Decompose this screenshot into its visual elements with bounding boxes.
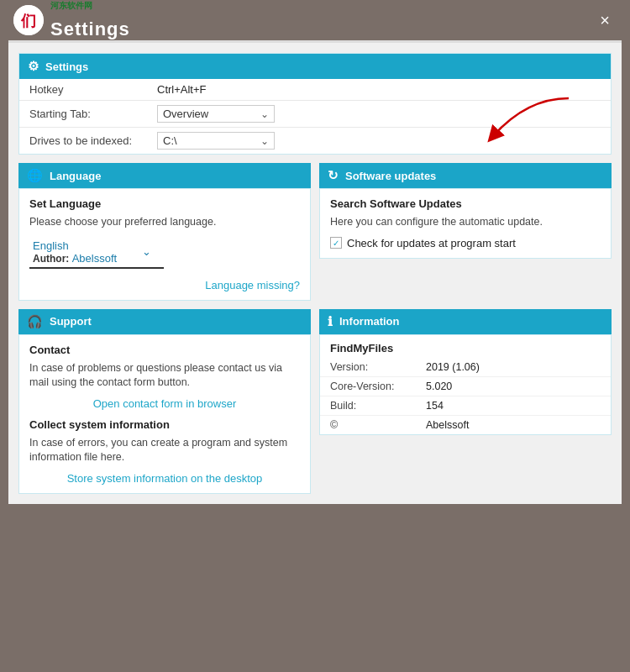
- build-label: Build:: [330, 400, 423, 412]
- software-updates-body: Search Software Updates Here you can con…: [320, 189, 611, 258]
- collect-title: Collect system information: [29, 418, 300, 431]
- chevron-down-icon-2: ⌄: [260, 135, 269, 147]
- hotkey-row: Hotkey Ctrl+Alt+F: [19, 79, 611, 101]
- chevron-down-icon: ⌄: [260, 108, 269, 120]
- software-updates-panel: Search Software Updates Here you can con…: [319, 188, 612, 259]
- language-author: Author: Abelssoft: [33, 252, 117, 265]
- support-header: 🎧 Support: [18, 309, 311, 334]
- build-row: Build: 154: [320, 396, 611, 416]
- support-panel-body: Contact In case of problems or questions…: [19, 335, 310, 493]
- language-panel-body: Set Language Please choose your preferre…: [19, 189, 310, 300]
- svg-text:们: 们: [20, 13, 36, 29]
- contact-form-link[interactable]: Open contact form in browser: [93, 397, 237, 410]
- starting-tab-label: Starting Tab:: [29, 108, 147, 120]
- language-header-title: Language: [50, 170, 101, 182]
- drives-label: Drives to be indexed:: [29, 134, 147, 147]
- copyright-symbol: ©: [330, 419, 423, 431]
- contact-description: In case of problems or questions please …: [29, 361, 300, 391]
- title-bar-left: 们 河东软件网 Settings: [13, 0, 130, 40]
- language-title: Set Language: [29, 197, 300, 210]
- updates-icon: ↻: [328, 168, 339, 183]
- support-icon: 🎧: [27, 314, 43, 329]
- language-col: 🌐 Language Set Language Please choose yo…: [18, 163, 311, 301]
- drives-row: Drives to be indexed: C:\ ⌄: [19, 128, 611, 154]
- settings-section-header: ⚙ Settings: [19, 54, 611, 79]
- close-button[interactable]: ×: [593, 8, 617, 32]
- drives-select[interactable]: C:\ ⌄: [157, 132, 275, 150]
- main-content: ⚙ Settings Hotkey Ctrl+Alt+F Starting Ta…: [8, 40, 622, 504]
- title-bar: 们 河东软件网 Settings ×: [0, 0, 630, 40]
- core-version-row: Core-Version: 5.020: [320, 377, 611, 396]
- window-title: Settings: [50, 18, 130, 40]
- copyright-value: Abelssoft: [426, 419, 469, 431]
- starting-tab-select[interactable]: Overview ⌄: [157, 105, 275, 123]
- settings-icon: ⚙: [28, 59, 39, 74]
- updates-checkbox-row: ✓ Check for updates at program start: [330, 237, 601, 249]
- updates-description: Here you can configure the automatic upd…: [330, 215, 601, 230]
- starting-tab-value: Overview: [163, 108, 208, 120]
- info-header-title: Information: [339, 315, 400, 328]
- logo-icon: 们: [13, 5, 44, 35]
- language-description: Please choose your preferred language.: [29, 215, 300, 230]
- updates-checkbox-label: Check for updates at program start: [347, 237, 516, 249]
- language-panel: Set Language Please choose your preferre…: [18, 188, 311, 301]
- support-section: 🎧 Support Contact In case of problems or…: [18, 309, 311, 494]
- hotkey-value: Ctrl+Alt+F: [157, 83, 207, 96]
- language-section: 🌐 Language Set Language Please choose yo…: [18, 163, 311, 301]
- software-updates-section: ↻ Software updates Search Software Updat…: [319, 163, 612, 259]
- version-value: 2019 (1.06): [426, 361, 480, 373]
- info-section: ℹ Information FindMyFiles Version: 2019 …: [319, 309, 612, 435]
- language-icon: 🌐: [27, 168, 43, 183]
- info-panel: FindMyFiles Version: 2019 (1.06) Core-Ve…: [319, 334, 612, 435]
- language-chevron-icon: ⌄: [142, 245, 151, 258]
- version-row: Version: 2019 (1.06): [320, 358, 611, 377]
- core-version-value: 5.020: [426, 381, 452, 392]
- info-col: ℹ Information FindMyFiles Version: 2019 …: [319, 309, 612, 494]
- settings-section-title: Settings: [45, 60, 88, 73]
- software-updates-col: ↻ Software updates Search Software Updat…: [319, 163, 612, 301]
- hotkey-label: Hotkey: [29, 83, 147, 96]
- updates-search-title: Search Software Updates: [330, 197, 601, 210]
- drives-value: C:\: [163, 134, 177, 147]
- app-name: FindMyFiles: [320, 335, 611, 358]
- collect-description: In case of errors, you can create a prog…: [29, 436, 300, 465]
- watermark-text: 河东软件网: [50, 0, 130, 12]
- updates-checkbox[interactable]: ✓: [330, 237, 342, 249]
- support-col: 🎧 Support Contact In case of problems or…: [18, 309, 311, 494]
- software-updates-header: ↻ Software updates: [319, 163, 612, 188]
- software-updates-title: Software updates: [345, 170, 436, 182]
- build-value: 154: [426, 400, 444, 412]
- info-header: ℹ Information: [319, 309, 612, 334]
- version-label: Version:: [330, 361, 423, 373]
- starting-tab-row: Starting Tab: Overview ⌄: [19, 101, 611, 128]
- language-selected: English: [33, 239, 117, 252]
- support-info-row: 🎧 Support Contact In case of problems or…: [18, 309, 612, 494]
- language-header: 🌐 Language: [18, 163, 311, 188]
- support-panel: Contact In case of problems or questions…: [18, 334, 311, 494]
- contact-title: Contact: [29, 344, 300, 356]
- collect-link[interactable]: Store system information on the desktop: [67, 472, 263, 485]
- language-missing-link[interactable]: Language missing?: [205, 279, 300, 291]
- info-icon: ℹ: [328, 314, 333, 329]
- language-updates-row: 🌐 Language Set Language Please choose yo…: [18, 163, 612, 301]
- copyright-row: © Abelssoft: [320, 416, 611, 434]
- support-header-title: Support: [50, 315, 92, 328]
- core-version-label: Core-Version:: [330, 381, 423, 392]
- language-dropdown[interactable]: English Author: Abelssoft ⌄: [29, 237, 164, 269]
- settings-section: ⚙ Settings Hotkey Ctrl+Alt+F Starting Ta…: [18, 53, 612, 155]
